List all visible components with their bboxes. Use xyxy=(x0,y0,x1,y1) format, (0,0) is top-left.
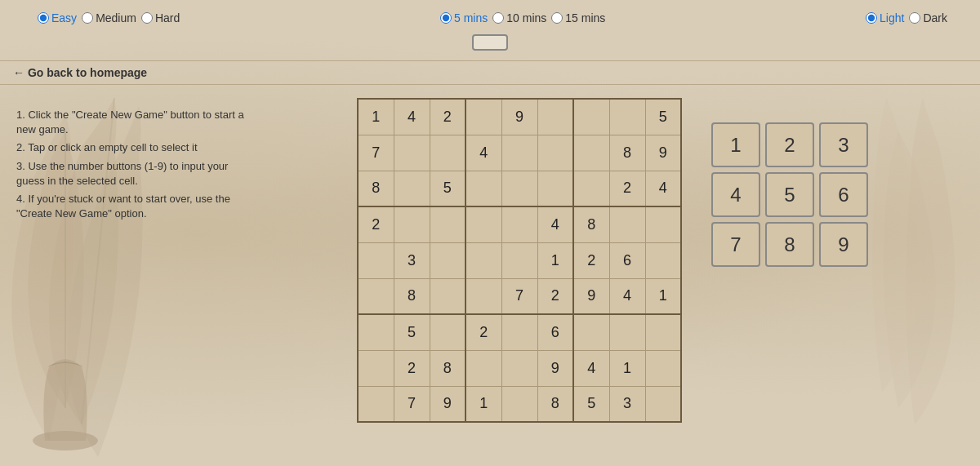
num-button-6[interactable]: 6 xyxy=(819,172,868,217)
sudoku-cell[interactable]: 3 xyxy=(394,242,430,278)
sudoku-cell[interactable]: 2 xyxy=(430,99,466,135)
theme-dark-label[interactable]: Dark xyxy=(909,11,947,24)
sudoku-cell[interactable] xyxy=(466,278,501,314)
time-5-radio[interactable] xyxy=(440,12,452,24)
sudoku-cell[interactable] xyxy=(466,171,501,206)
sudoku-cell[interactable]: 1 xyxy=(609,350,645,386)
sudoku-cell[interactable]: 5 xyxy=(430,171,466,206)
difficulty-hard-label[interactable]: Hard xyxy=(141,11,180,24)
sudoku-cell[interactable]: 1 xyxy=(645,278,681,314)
sudoku-cell[interactable] xyxy=(466,350,501,386)
sudoku-cell[interactable]: 7 xyxy=(394,386,430,422)
create-game-button[interactable] xyxy=(472,34,508,51)
theme-light-radio[interactable] xyxy=(866,12,877,24)
sudoku-cell[interactable]: 6 xyxy=(609,242,645,278)
back-to-homepage-link[interactable]: ← Go back to homepage xyxy=(0,63,160,82)
sudoku-cell[interactable]: 1 xyxy=(358,99,394,135)
sudoku-cell[interactable] xyxy=(466,99,501,135)
sudoku-cell[interactable] xyxy=(645,350,681,386)
num-button-7[interactable]: 7 xyxy=(711,222,760,267)
num-button-1[interactable]: 1 xyxy=(711,122,760,167)
sudoku-cell[interactable]: 5 xyxy=(573,386,609,422)
sudoku-cell[interactable] xyxy=(537,171,573,206)
sudoku-cell[interactable]: 8 xyxy=(358,171,394,206)
sudoku-cell[interactable] xyxy=(501,350,537,386)
sudoku-cell[interactable] xyxy=(501,135,537,171)
sudoku-cell[interactable] xyxy=(537,135,573,171)
sudoku-cell[interactable]: 8 xyxy=(537,386,573,422)
difficulty-medium-radio[interactable] xyxy=(82,12,93,24)
sudoku-cell[interactable] xyxy=(466,206,501,242)
sudoku-cell[interactable]: 2 xyxy=(466,314,501,350)
sudoku-cell[interactable]: 2 xyxy=(573,242,609,278)
sudoku-cell[interactable] xyxy=(573,135,609,171)
theme-dark-radio[interactable] xyxy=(909,12,920,24)
difficulty-medium-label[interactable]: Medium xyxy=(82,11,136,24)
sudoku-cell[interactable]: 3 xyxy=(609,386,645,422)
sudoku-cell[interactable]: 9 xyxy=(430,386,466,422)
sudoku-cell[interactable] xyxy=(358,278,394,314)
sudoku-cell[interactable]: 9 xyxy=(573,278,609,314)
sudoku-cell[interactable] xyxy=(501,171,537,206)
sudoku-cell[interactable] xyxy=(394,135,430,171)
num-button-5[interactable]: 5 xyxy=(765,172,814,217)
sudoku-cell[interactable]: 8 xyxy=(430,350,466,386)
sudoku-cell[interactable]: 8 xyxy=(609,135,645,171)
sudoku-cell[interactable] xyxy=(466,242,501,278)
difficulty-easy-radio[interactable] xyxy=(38,12,49,24)
sudoku-cell[interactable]: 5 xyxy=(394,314,430,350)
sudoku-cell[interactable]: 4 xyxy=(645,171,681,206)
num-button-8[interactable]: 8 xyxy=(765,222,814,267)
difficulty-hard-radio[interactable] xyxy=(141,12,153,24)
time-15-label[interactable]: 15 mins xyxy=(551,11,605,24)
sudoku-cell[interactable]: 9 xyxy=(645,135,681,171)
sudoku-cell[interactable] xyxy=(537,99,573,135)
num-button-4[interactable]: 4 xyxy=(711,172,760,217)
sudoku-cell[interactable] xyxy=(358,350,394,386)
sudoku-cell[interactable] xyxy=(394,206,430,242)
time-10-label[interactable]: 10 mins xyxy=(492,11,546,24)
sudoku-cell[interactable] xyxy=(645,242,681,278)
sudoku-cell[interactable]: 8 xyxy=(573,206,609,242)
sudoku-cell[interactable] xyxy=(430,314,466,350)
sudoku-cell[interactable] xyxy=(358,314,394,350)
sudoku-cell[interactable]: 4 xyxy=(394,99,430,135)
sudoku-cell[interactable]: 2 xyxy=(394,350,430,386)
sudoku-cell[interactable]: 2 xyxy=(609,171,645,206)
sudoku-cell[interactable] xyxy=(609,314,645,350)
sudoku-cell[interactable]: 8 xyxy=(394,278,430,314)
sudoku-cell[interactable] xyxy=(430,135,466,171)
sudoku-cell[interactable] xyxy=(645,314,681,350)
sudoku-cell[interactable] xyxy=(501,206,537,242)
sudoku-cell[interactable]: 2 xyxy=(537,278,573,314)
difficulty-easy-label[interactable]: Easy xyxy=(38,11,77,24)
sudoku-cell[interactable]: 4 xyxy=(609,278,645,314)
sudoku-cell[interactable] xyxy=(501,242,537,278)
time-10-radio[interactable] xyxy=(492,12,504,24)
sudoku-cell[interactable] xyxy=(573,171,609,206)
sudoku-cell[interactable] xyxy=(501,314,537,350)
sudoku-cell[interactable]: 5 xyxy=(645,99,681,135)
sudoku-cell[interactable] xyxy=(573,314,609,350)
sudoku-cell[interactable]: 7 xyxy=(501,278,537,314)
sudoku-cell[interactable] xyxy=(573,99,609,135)
sudoku-cell[interactable]: 4 xyxy=(537,206,573,242)
sudoku-cell[interactable] xyxy=(645,386,681,422)
sudoku-cell[interactable]: 9 xyxy=(537,350,573,386)
sudoku-cell[interactable] xyxy=(609,206,645,242)
sudoku-cell[interactable] xyxy=(430,242,466,278)
sudoku-cell[interactable] xyxy=(358,386,394,422)
sudoku-cell[interactable]: 6 xyxy=(537,314,573,350)
sudoku-cell[interactable] xyxy=(609,99,645,135)
num-button-2[interactable]: 2 xyxy=(765,122,814,167)
sudoku-cell[interactable]: 2 xyxy=(358,206,394,242)
sudoku-cell[interactable] xyxy=(501,386,537,422)
sudoku-cell[interactable]: 1 xyxy=(537,242,573,278)
sudoku-cell[interactable]: 4 xyxy=(573,350,609,386)
sudoku-cell[interactable] xyxy=(358,242,394,278)
sudoku-cell[interactable]: 4 xyxy=(466,135,501,171)
num-button-9[interactable]: 9 xyxy=(819,222,868,267)
theme-light-label[interactable]: Light xyxy=(866,11,904,24)
sudoku-cell[interactable]: 1 xyxy=(466,386,501,422)
sudoku-cell[interactable] xyxy=(430,206,466,242)
